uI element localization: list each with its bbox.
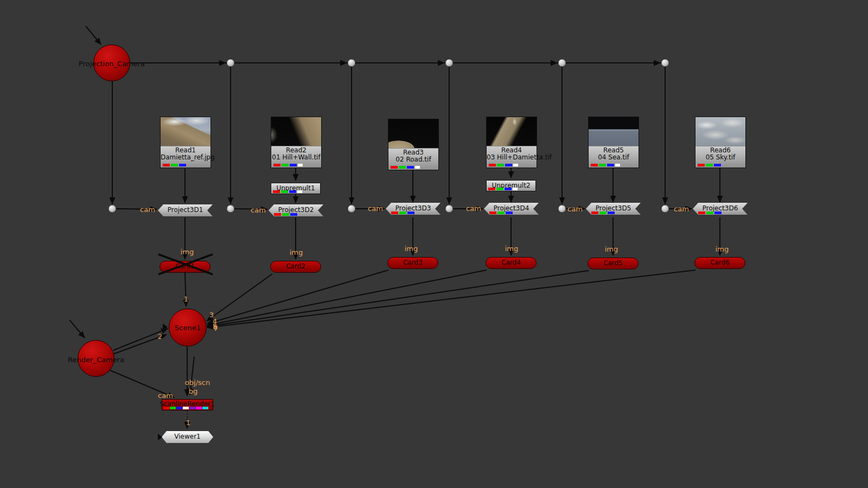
elbow-dot-cam-6[interactable] [661,205,669,213]
node-card3[interactable]: Card3 [387,257,438,269]
elbow-dot-cam-4[interactable] [445,205,453,213]
channel-red-indicator [591,211,598,214]
scene-input-number-1: 1 [184,296,188,303]
channel-green-indicator [496,188,503,190]
read5-filename: 04 Sea.tif [589,154,639,161]
node-project3d3[interactable]: Project3D3 [386,203,441,215]
node-unpremult2[interactable]: Unpremult2 [486,180,536,191]
read6-thumbnail [695,117,745,146]
read4-label-area: Read4 03 Hill+Damietta.tif [487,146,537,168]
channel-blue-indicator [505,164,512,166]
channel-red-indicator [273,190,280,193]
scanline-render1-label: ScanlineRender1 [159,401,214,407]
render-camera-label: Render_Camera [68,356,124,363]
channel-blue-indicator [714,164,721,166]
node-project3d6[interactable]: Project3D6 [693,203,748,215]
channel-blue-indicator [179,164,186,166]
elbow-dot-cam-1[interactable] [108,205,116,213]
elbow-dot-top-1[interactable] [227,59,234,67]
channel-red-indicator [391,211,398,214]
wire-card3-scene1[interactable] [207,270,388,324]
node-card2[interactable]: Card2 [270,261,321,273]
viewer-input-number-1: 1 [186,419,190,426]
node-card4[interactable]: Card4 [486,257,537,269]
channel-blue-indicator [608,211,615,214]
project3d3-label: Project3D3 [395,204,431,212]
scene-input-number-2: 2 [158,333,162,340]
node-read6[interactable]: Read6 05 Sky.tif [695,117,746,168]
channel-blue-indicator [505,188,512,190]
projection-camera-input-stub[interactable] [86,26,101,44]
node-read1[interactable]: Read1 Damietta_ref.jpg [160,117,211,168]
scene1-label: Scene1 [175,324,201,331]
render-camera-input-stub[interactable] [69,320,85,338]
project3d6-label: Project3D6 [703,204,738,212]
elbow-dot-cam-5[interactable] [558,205,566,213]
wire-card4-scene1[interactable] [207,270,487,325]
channel-alpha-indicator [297,190,302,193]
wire-card6-scene1[interactable] [207,270,695,328]
card1-label: Card1 [175,262,195,270]
elbow-dot-cam-2[interactable] [227,205,234,213]
img-port-label-4: img [505,245,519,252]
channel-green-indicator [282,164,289,166]
node-project3d2[interactable]: Project3D2 [269,204,323,216]
elbow-dot-cam-3[interactable] [348,205,355,213]
channel-alpha-indicator [615,164,620,166]
node-project3d5[interactable]: Project3D5 [586,203,641,215]
elbow-dot-top-5[interactable] [661,59,669,67]
channel-red-indicator [489,211,496,214]
node-project3d1[interactable]: Project3D1 [158,204,213,216]
img-port-label-5: img [605,246,618,253]
cam-port-label-2: cam [251,207,266,214]
project3d5-channel-indicators [591,211,615,214]
channel-green-indicator [497,164,504,166]
channel-red-indicator [489,164,496,166]
project3d6-channel-indicators [698,211,722,214]
channel-green-indicator [399,211,406,214]
channel-green-indicator [281,190,288,193]
node-unpremult1[interactable]: Unpremult1 [271,183,321,194]
read2-filename: 01 Hill+Wall.tif [271,154,321,161]
cam-port-label-6: cam [674,206,689,213]
channel-alpha-indicator [513,164,518,166]
read2-thumbnail [271,117,321,146]
elbow-dot-top-2[interactable] [348,59,355,67]
card5-label: Card5 [603,259,623,267]
node-project3d4[interactable]: Project3D4 [484,203,539,215]
card6-label: Card6 [710,259,730,266]
read3-channel-indicators [391,166,420,169]
card3-label: Card3 [403,259,423,266]
elbow-dot-top-4[interactable] [558,59,566,67]
project3d3-channel-indicators [391,211,414,214]
channel-red-indicator [163,164,170,166]
node-graph-canvas[interactable]: { "canvas": { "background_color": "#3737… [0,0,868,488]
projection-camera-label: Projection_Camera [79,60,145,67]
channel-red-indicator [273,164,280,166]
img-port-label-1: img [181,248,194,255]
read2-label-area: Read2 01 Hill+Wall.tif [271,146,321,168]
img-port-label-6: img [716,246,729,253]
node-viewer1[interactable]: Viewer1 [162,431,213,443]
read1-channel-indicators [163,164,186,166]
cam-port-label-1: cam [140,206,155,213]
node-read4[interactable]: Read4 03 Hill+Damietta.tif [486,117,537,168]
channel-red-indicator [391,166,398,169]
project3d4-channel-indicators [489,211,513,214]
node-card1[interactable]: Card1 [159,261,210,273]
elbow-dot-top-3[interactable] [445,59,453,67]
cam-port-label-5: cam [567,206,583,213]
read1-label-area: Read1 Damietta_ref.jpg [161,146,210,168]
project3d5-label: Project3D5 [596,204,631,212]
channel-red-indicator [274,213,281,216]
node-read2[interactable]: Read2 01 Hill+Wall.tif [271,117,322,168]
node-read3[interactable]: Read3 02 Road.tif [388,119,439,170]
channel-green-indicator [497,211,505,214]
channel-red-indicator [698,164,705,166]
node-card5[interactable]: Card5 [588,258,639,269]
channel-green-indicator [706,211,713,214]
node-card6[interactable]: Card6 [694,257,745,269]
read3-filename: 02 Road.tif [388,156,438,163]
project3d2-channel-indicators [274,213,297,216]
node-read5[interactable]: Read5 04 Sea.tif [588,117,639,168]
